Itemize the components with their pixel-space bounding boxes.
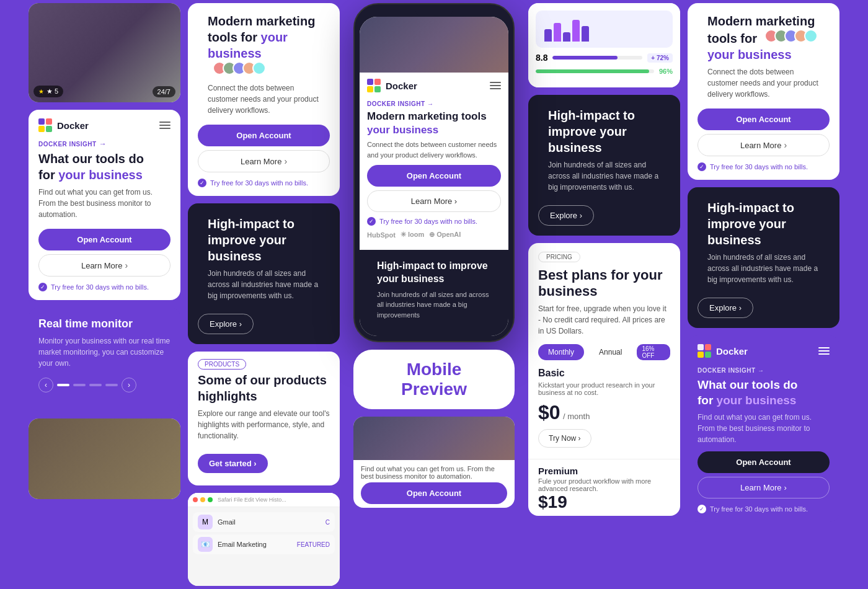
trial-label-5: Try free for 30 days with no bills.	[710, 163, 808, 170]
discount-badge: 16% OFF	[637, 344, 670, 360]
learn-more-button-5[interactable]: Learn More ›	[698, 134, 830, 156]
basic-price: $0	[538, 401, 560, 423]
prev-button[interactable]: ‹	[38, 378, 53, 392]
col4-dark-title: High-impact to improve your business	[538, 107, 670, 159]
phone-dark-section: High-impact to improve your business Joi…	[360, 250, 508, 336]
basic-period: / month	[563, 412, 590, 421]
col2-desc: Connect the dots between customer needs …	[198, 82, 330, 122]
trial-check-icon-5: ✓	[698, 162, 706, 171]
open-account-button-1[interactable]: Open Account	[38, 229, 170, 250]
explore-button-2[interactable]: Explore ›	[198, 314, 254, 334]
col5-purple-line1: What our tools do	[698, 378, 797, 391]
next-button[interactable]: ›	[122, 378, 136, 392]
col2: Modern marketing tools for your business	[188, 3, 340, 586]
icon-q2	[46, 118, 52, 125]
col4-dark-header: High-impact to improve your business Joi…	[528, 95, 680, 199]
browser-dot-yellow	[200, 497, 205, 502]
explore-button-4[interactable]: Explore ›	[538, 205, 594, 226]
open-account-button-2[interactable]: Open Account	[198, 125, 330, 146]
try-now-button[interactable]: Try Now ›	[538, 429, 591, 448]
icon-q4	[46, 126, 52, 132]
pricing-desc: Start for free, upgrade when you love it…	[528, 303, 680, 344]
products-desc: Explore our range and elevate our tool's…	[188, 408, 340, 448]
bar-2	[554, 23, 561, 42]
col5-docker-icon	[698, 344, 711, 358]
marketing-label: Email Marketing	[218, 541, 267, 548]
learn-more-label-5: Learn More	[740, 141, 781, 150]
image-overlay: ★ ★ 5 24/7	[33, 86, 175, 97]
premium-price-row: $19	[538, 492, 670, 512]
col5-icon-q2	[705, 344, 711, 350]
col5-hamburger[interactable]	[818, 347, 830, 355]
col3-bottom-card: Find out what you can get from us. From …	[353, 417, 515, 508]
browser-content: M Gmail C 📧 Email Marketing FEATURED	[188, 507, 340, 562]
annual-toggle[interactable]: Annual	[589, 344, 632, 360]
progress-fill-2	[536, 69, 649, 73]
learn-more-arrow-1: ›	[125, 260, 128, 270]
learn-more-arrow-5b: ›	[784, 483, 787, 492]
open-account-button-5b[interactable]: Open Account	[698, 451, 830, 473]
title-line2: for	[38, 168, 55, 182]
col5-dark-card: High-impact to improve your business Joi…	[688, 187, 839, 328]
learn-more-label-1: Learn More	[81, 261, 122, 270]
trial-check-icon-5b: ✓	[698, 505, 706, 513]
pricing-toggle: Monthly Annual 16% OFF	[528, 344, 680, 368]
premium-plan: Premium Fule your product workflow with …	[528, 466, 680, 516]
learn-more-button-1[interactable]: Learn More ›	[38, 254, 170, 277]
col5-title: Modern marketing tools for your business	[698, 13, 830, 66]
star-icon: ★	[38, 88, 44, 95]
col5-icon-q3	[698, 352, 704, 358]
docker-header: Docker	[29, 110, 180, 132]
open-account-button-5[interactable]: Open Account	[698, 108, 830, 130]
phone-open-account-button[interactable]: Open Account	[367, 165, 501, 187]
learn-more-button-5b[interactable]: Learn More ›	[698, 477, 830, 498]
avatar-5	[252, 61, 266, 75]
learn-more-label-5b: Learn More	[740, 483, 781, 492]
col3-bottom-open-button[interactable]: Open Account	[361, 482, 507, 504]
progress-bar-2	[536, 69, 654, 73]
col5-dark-title: High-impact to improve your business	[698, 200, 830, 252]
p-icon-q2	[374, 79, 381, 85]
col5-purple-highlight: your business	[717, 394, 797, 407]
stat-percent2: 96%	[659, 68, 673, 75]
col5-line3	[818, 353, 830, 355]
col4-pricing-card: PRICING Best plans for your business Sta…	[528, 243, 680, 516]
browser-bar: Safari File Edit View Histo...	[188, 493, 340, 507]
phone-top-image	[360, 17, 508, 73]
col2-browser-card: Safari File Edit View Histo... M Gmail C…	[188, 493, 340, 586]
hamburger-menu[interactable]	[159, 122, 170, 129]
mobile-preview-label: Mobile Preview	[401, 360, 467, 399]
col4-dark-card: High-impact to improve your business Joi…	[528, 95, 680, 236]
hubspot-logo: HubSpot	[367, 231, 396, 239]
get-started-button[interactable]: Get started ›	[198, 454, 268, 473]
trial-label-2: Try free for 30 days with no bills.	[210, 179, 308, 187]
premium-plan-desc: Fule your product workflow with more adv…	[538, 477, 670, 492]
avatars	[213, 61, 266, 75]
stats-chart-area	[536, 11, 673, 48]
explore-button-5[interactable]: Explore ›	[698, 298, 753, 318]
premium-price: $19	[538, 492, 567, 512]
col5-purple-line2: for	[698, 394, 713, 407]
col5-header-area: Modern marketing tools for your business	[688, 3, 839, 106]
carousel-controls: ‹ ›	[38, 378, 170, 392]
phone-hamburger[interactable]	[490, 82, 501, 89]
docker-icon	[38, 118, 52, 132]
dot-2	[73, 384, 86, 386]
marketing-badge: FEATURED	[297, 541, 330, 548]
phone-screen: Docker DOCKER INSIGHT → Modern marketing…	[360, 17, 508, 336]
gmail-badge: C	[326, 519, 330, 526]
browser-mockup: Safari File Edit View Histo... M Gmail C…	[188, 493, 340, 586]
learn-more-button-2[interactable]: Learn More ›	[198, 150, 330, 172]
col5-dark-desc: Join hundreds of all sizes and across al…	[698, 252, 830, 291]
col2-dark-title: High-impact to improve your business	[198, 216, 330, 268]
title-line1: What our tools do	[38, 152, 144, 166]
phone-desc: Connect the dots between customer needs …	[367, 140, 501, 165]
monthly-toggle[interactable]: Monthly	[538, 344, 584, 360]
ph-line2	[490, 85, 501, 86]
trial-label-1: Try free for 30 days with no bills.	[51, 283, 149, 291]
col2-marketing-card: Modern marketing tools for your business	[188, 3, 340, 196]
availability-text: 24/7	[157, 88, 170, 95]
phone-learn-more-button[interactable]: Learn More ›	[367, 190, 501, 212]
col5-purple-desc: Find out what you can get from us. From …	[698, 412, 830, 445]
browser-item-gmail: M Gmail C	[193, 512, 335, 532]
